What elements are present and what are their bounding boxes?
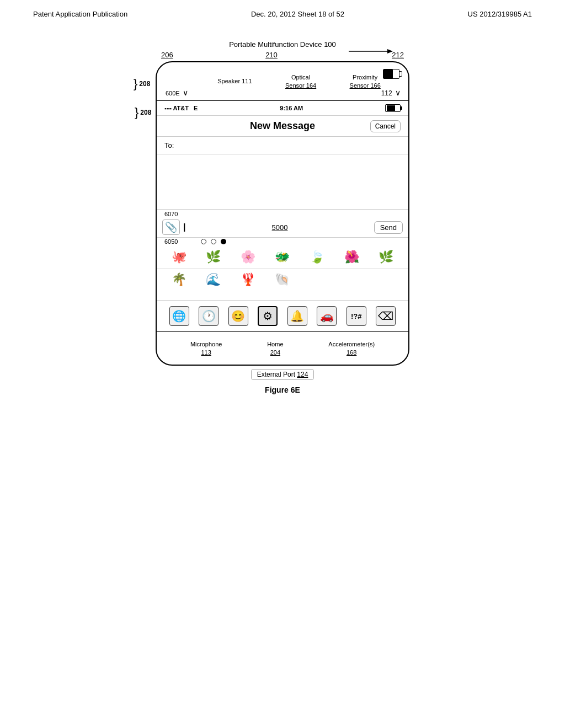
cancel-button[interactable]: Cancel bbox=[370, 120, 401, 132]
kb-emoji-icon[interactable]: 😊 bbox=[228, 306, 248, 326]
emoji-10[interactable]: 🦞 bbox=[231, 270, 265, 289]
message-title: New Message bbox=[250, 120, 315, 132]
emoji-11[interactable]: 🐚 bbox=[266, 270, 300, 289]
status-bar: ▪▪▪▪ AT&T E 9:16 AM bbox=[157, 101, 408, 116]
svg-marker-1 bbox=[387, 49, 393, 53]
side-label-208-bottom: { 208 bbox=[135, 106, 151, 119]
cursor: | bbox=[183, 222, 185, 232]
kb-chars-icon[interactable]: !?# bbox=[347, 306, 366, 326]
emoji-6[interactable]: 🌺 bbox=[335, 248, 369, 266]
status-time: 9:16 AM bbox=[280, 105, 303, 111]
top-right-icon bbox=[383, 69, 399, 79]
proximity-sensor-label: ProximitySensor 166 bbox=[350, 73, 381, 89]
emoji-7[interactable]: 🌿 bbox=[369, 248, 403, 266]
home-label: Home204 bbox=[267, 340, 283, 356]
emoji-5[interactable]: 🍃 bbox=[300, 248, 334, 266]
corner-center: 210 bbox=[265, 51, 278, 59]
external-port-label: External Port 124 bbox=[251, 369, 315, 380]
device-body: 600E ∨ Speaker 111 OpticalSensor 164 Pro… bbox=[156, 61, 409, 366]
kb-bell-icon[interactable]: 🔔 bbox=[287, 306, 307, 326]
label-112: 112 ∨ bbox=[381, 88, 401, 97]
corner-right: 212 bbox=[392, 51, 404, 59]
label-6050: 6050 bbox=[164, 238, 178, 245]
header-right: US 2012/319985 A1 bbox=[468, 10, 532, 18]
page-header: Patent Application Publication Dec. 20, … bbox=[0, 0, 565, 24]
emoji-grid-row1: 🐙 🌿 🌸 🐲 🍃 🌺 🌿 bbox=[157, 245, 408, 269]
message-body[interactable] bbox=[157, 154, 408, 210]
accelerometer-label: Accelerometer(s)168 bbox=[328, 340, 375, 356]
link-5000[interactable]: 5000 bbox=[189, 223, 370, 232]
top-bezel: 600E ∨ Speaker 111 OpticalSensor 164 Pro… bbox=[157, 62, 408, 101]
label-6070: 6070 bbox=[157, 210, 408, 217]
corner-left: 206 bbox=[161, 51, 173, 59]
header-left: Patent Application Publication bbox=[33, 10, 127, 18]
to-field[interactable]: To: bbox=[157, 137, 408, 154]
header-center: Dec. 20, 2012 Sheet 18 of 52 bbox=[251, 10, 344, 18]
status-carrier: ▪▪▪▪ AT&T E bbox=[164, 105, 198, 111]
emoji-1[interactable]: 🐙 bbox=[162, 248, 196, 266]
spacer bbox=[157, 293, 408, 300]
keyboard-row: 🌐 🕐 😊 ⚙ 🔔 🚗 !?# ⌫ bbox=[157, 300, 408, 331]
label-600e: 600E ∨ bbox=[166, 88, 188, 97]
emoji-9[interactable]: 🌊 bbox=[197, 270, 231, 289]
optical-sensor-label: OpticalSensor 164 bbox=[285, 73, 316, 89]
emoji-4[interactable]: 🐲 bbox=[266, 248, 300, 266]
microphone-label: Microphone113 bbox=[190, 340, 222, 356]
kb-car-icon[interactable]: 🚗 bbox=[317, 306, 337, 326]
emoji-grid-row2: 🌴 🌊 🦞 🐚 bbox=[157, 269, 408, 293]
kb-clock-icon[interactable]: 🕐 bbox=[199, 306, 218, 326]
message-header: New Message Cancel bbox=[157, 116, 408, 137]
speaker-label: Speaker 111 bbox=[217, 77, 252, 85]
dot-1 bbox=[201, 239, 206, 244]
diagram-area: Portable Multifunction Device 100 206 21… bbox=[0, 24, 565, 394]
side-label-208-top: { 208 bbox=[134, 78, 150, 90]
bottom-bezel: Microphone113 Home204 Accelerometer(s)16… bbox=[157, 331, 408, 365]
emoji-3[interactable]: 🌸 bbox=[231, 248, 265, 266]
device-screen: ▪▪▪▪ AT&T E 9:16 AM New Message Cancel T… bbox=[157, 101, 408, 331]
input-row: 📎 | 5000 Send bbox=[157, 217, 408, 238]
kb-delete-icon[interactable]: ⌫ bbox=[376, 306, 396, 326]
dot-2 bbox=[211, 239, 216, 244]
dot-3 bbox=[221, 239, 226, 244]
dots-area: 6050 bbox=[157, 238, 408, 245]
battery-icon bbox=[385, 104, 401, 112]
send-button[interactable]: Send bbox=[374, 221, 403, 234]
kb-settings-icon[interactable]: ⚙ bbox=[258, 306, 278, 326]
kb-globe-icon[interactable]: 🌐 bbox=[169, 306, 189, 326]
device-title: Portable Multifunction Device 100 bbox=[156, 40, 409, 49]
figure-caption: Figure 6E bbox=[265, 386, 300, 394]
emoji-2[interactable]: 🌿 bbox=[197, 248, 231, 266]
attach-icon[interactable]: 📎 bbox=[162, 220, 180, 235]
emoji-8[interactable]: 🌴 bbox=[162, 270, 196, 289]
